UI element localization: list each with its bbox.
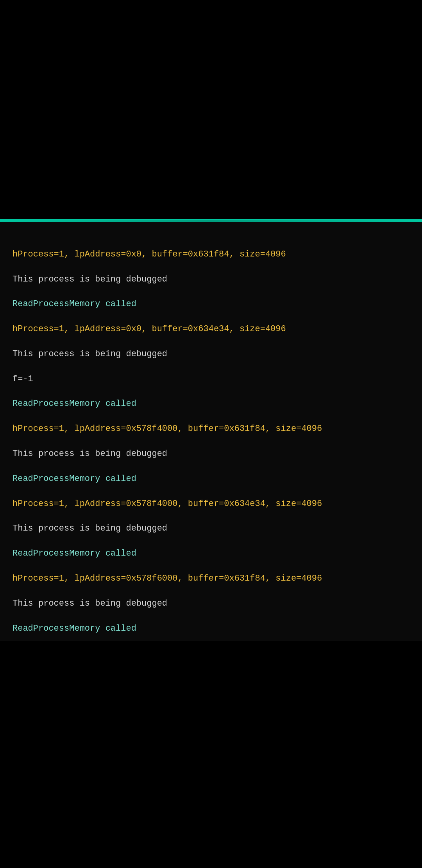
terminal-line: This process is being debugged [13, 522, 409, 535]
terminal-line: ReadProcessMemory called [13, 298, 409, 310]
terminal-line: hProcess=1, lpAddress=0x0, buffer=0x634e… [13, 323, 409, 335]
terminal-window: hProcess=1, lpAddress=0x0, buffer=0x631f… [0, 219, 422, 641]
top-black-area [0, 0, 422, 219]
terminal-line: This process is being debugged [13, 597, 409, 610]
terminal-line: ReadProcessMemory called [13, 622, 409, 635]
terminal-line: hProcess=1, lpAddress=0x0, buffer=0x631f… [13, 248, 409, 261]
terminal-line: ReadProcessMemory called [13, 398, 409, 410]
terminal-line: hProcess=1, lpAddress=0x578f6000, buffer… [13, 572, 409, 585]
bottom-black-area [0, 641, 422, 868]
terminal-line: ReadProcessMemory called [13, 473, 409, 485]
terminal-line: f=-1 [13, 373, 409, 386]
terminal-line: ReadProcessMemory called [13, 547, 409, 560]
terminal-line: hProcess=1, lpAddress=0x578f4000, buffer… [13, 498, 409, 510]
terminal-output: hProcess=1, lpAddress=0x0, buffer=0x631f… [13, 223, 409, 641]
terminal-line: This process is being debugged [13, 348, 409, 360]
screen-wrapper: hProcess=1, lpAddress=0x0, buffer=0x631f… [0, 0, 422, 868]
terminal-line: This process is being debugged [13, 448, 409, 460]
terminal-line: hProcess=1, lpAddress=0x578f4000, buffer… [13, 423, 409, 435]
terminal-line: This process is being debugged [13, 273, 409, 286]
